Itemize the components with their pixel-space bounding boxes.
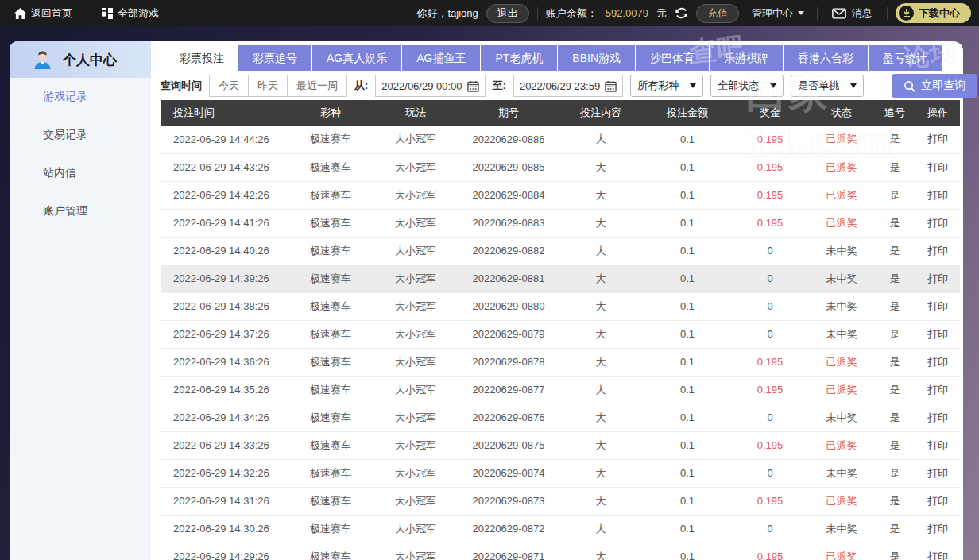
- lottery-select[interactable]: 所有彩种: [630, 75, 703, 97]
- cell-status: 已派奖: [809, 543, 874, 560]
- cell-action[interactable]: 打印: [915, 431, 960, 459]
- cell-time: 2022-06-29 14:35:26: [161, 376, 289, 404]
- quick-range-button-1[interactable]: 今天: [209, 75, 249, 97]
- currency-label: 元: [656, 6, 667, 21]
- cell-action[interactable]: 打印: [915, 348, 960, 376]
- cell-time: 2022-06-29 14:39:26: [161, 265, 289, 292]
- cell-action[interactable]: 打印: [915, 515, 960, 543]
- quick-range-button-3[interactable]: 最近一周: [288, 75, 347, 97]
- cell-lottery: 极速赛车: [289, 292, 372, 320]
- tab-7[interactable]: 沙巴体育: [636, 45, 710, 71]
- cell-time: 2022-06-29 14:30:26: [161, 515, 289, 543]
- status-select[interactable]: 全部状态: [710, 75, 784, 97]
- cell-content: 大: [558, 431, 644, 459]
- cell-action[interactable]: 打印: [915, 265, 960, 292]
- cell-action[interactable]: 打印: [915, 153, 960, 181]
- cell-action[interactable]: 打印: [915, 459, 960, 487]
- tab-10[interactable]: 盈亏统计: [869, 45, 942, 71]
- refresh-icon[interactable]: [675, 6, 688, 20]
- cell-prize: 0: [731, 459, 809, 487]
- date-to-input[interactable]: 2022/06/29 23:59: [513, 75, 623, 97]
- tab-4[interactable]: AG捕鱼王: [402, 45, 481, 71]
- tab-9[interactable]: 香港六合彩: [784, 45, 869, 71]
- cell-issue: 20220629-0874: [459, 459, 558, 487]
- tab-3[interactable]: AG真人娱乐: [312, 45, 402, 71]
- date-from-input[interactable]: 2022/06/29 00:00: [375, 75, 485, 97]
- cell-action[interactable]: 打印: [915, 487, 960, 515]
- cell-play: 大小冠军: [372, 209, 459, 237]
- table-row: 2022-06-29 14:32:26极速赛车大小冠军20220629-0874…: [161, 459, 960, 487]
- status-select-value: 全部状态: [718, 79, 759, 93]
- calendar-icon[interactable]: [467, 80, 479, 92]
- cell-status: 已派奖: [809, 209, 874, 237]
- all-games-link[interactable]: 全部游戏: [87, 0, 173, 26]
- cell-content: 大: [558, 404, 644, 431]
- messages-link[interactable]: 消息: [826, 6, 879, 21]
- top-navbar: 返回首页 全部游戏 你好，tajiong 退出 账户余额： 592.0079 元…: [0, 0, 979, 26]
- chevron-down-icon: [850, 83, 857, 88]
- cell-action[interactable]: 打印: [915, 543, 960, 560]
- tab-1[interactable]: 彩票投注: [165, 45, 238, 71]
- cell-lottery: 极速赛车: [289, 126, 372, 153]
- cell-amount: 0.1: [644, 153, 731, 181]
- management-dropdown[interactable]: 管理中心: [747, 6, 809, 21]
- cell-play: 大小冠军: [372, 404, 459, 431]
- cell-time: 2022-06-29 14:36:26: [161, 348, 289, 376]
- quick-range-button-2[interactable]: 昨天: [249, 75, 288, 97]
- cell-status: 未中奖: [809, 404, 874, 431]
- cell-amount: 0.1: [644, 487, 731, 515]
- cell-action[interactable]: 打印: [915, 126, 960, 153]
- cell-issue: 20220629-0878: [459, 348, 558, 376]
- cell-time: 2022-06-29 14:44:26: [161, 126, 289, 153]
- navbar-divider: [887, 7, 888, 20]
- cell-action[interactable]: 打印: [915, 181, 960, 209]
- single-bet-select[interactable]: 是否单挑: [791, 75, 864, 97]
- cell-lottery: 极速赛车: [289, 487, 372, 515]
- sidebar-item-1[interactable]: 游戏记录: [10, 78, 151, 116]
- download-center-button[interactable]: 下载中心: [896, 3, 971, 23]
- logout-button[interactable]: 退出: [486, 4, 529, 23]
- from-label: 从:: [354, 79, 368, 93]
- cell-amount: 0.1: [644, 404, 731, 431]
- cell-action[interactable]: 打印: [915, 404, 960, 431]
- cell-content: 大: [558, 181, 644, 209]
- cell-status: 已派奖: [809, 181, 874, 209]
- cell-content: 大: [558, 320, 644, 348]
- cell-status: 已派奖: [809, 348, 874, 376]
- search-button[interactable]: 立即查询: [892, 74, 977, 98]
- cell-amount: 0.1: [644, 431, 731, 459]
- cell-content: 大: [558, 543, 644, 560]
- bets-table: 投注时间彩种玩法期号投注内容投注金额奖金状态追号操作 2022-06-29 14…: [161, 100, 960, 560]
- calendar-icon[interactable]: [605, 80, 617, 92]
- cell-amount: 0.1: [644, 320, 731, 348]
- tab-8[interactable]: 乐游棋牌: [710, 45, 784, 71]
- cell-issue: 20220629-0883: [459, 209, 558, 237]
- tab-5[interactable]: PT老虎机: [481, 45, 558, 71]
- cell-action[interactable]: 打印: [915, 292, 960, 320]
- cell-time: 2022-06-29 14:32:26: [161, 459, 289, 487]
- cell-chase: 是: [874, 404, 915, 431]
- table-row: 2022-06-29 14:36:26极速赛车大小冠军20220629-0878…: [161, 348, 960, 376]
- cell-issue: 20220629-0880: [459, 292, 558, 320]
- cell-action[interactable]: 打印: [915, 320, 960, 348]
- cell-status: 已派奖: [809, 126, 874, 153]
- chevron-down-icon: [798, 11, 804, 15]
- cell-action[interactable]: 打印: [915, 237, 960, 265]
- cell-content: 大: [558, 153, 644, 181]
- table-body: 2022-06-29 14:44:26极速赛车大小冠军20220629-0886…: [161, 126, 960, 560]
- all-games-label: 全部游戏: [118, 6, 159, 21]
- cell-time: 2022-06-29 14:41:26: [161, 209, 289, 237]
- cell-content: 大: [558, 209, 644, 237]
- sidebar-item-3[interactable]: 站内信: [10, 154, 151, 192]
- sidebar-item-2[interactable]: 交易记录: [10, 116, 151, 154]
- recharge-button[interactable]: 充值: [696, 4, 739, 23]
- tab-2[interactable]: 彩票追号: [238, 45, 312, 71]
- sidebar-item-4[interactable]: 账户管理: [10, 192, 151, 230]
- cell-action[interactable]: 打印: [915, 376, 960, 404]
- navbar-right: 你好，tajiong 退出 账户余额： 592.0079 元 充值 管理中心 消…: [416, 3, 979, 23]
- tab-6[interactable]: BBIN游戏: [558, 45, 636, 71]
- home-link[interactable]: 返回首页: [0, 0, 87, 26]
- cell-action[interactable]: 打印: [915, 209, 960, 237]
- cell-chase: 是: [874, 320, 915, 348]
- cell-chase: 是: [874, 459, 915, 487]
